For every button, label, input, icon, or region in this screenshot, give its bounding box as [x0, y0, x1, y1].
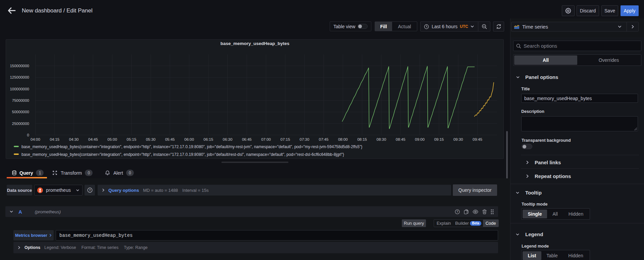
svg-text:100000000: 100000000 [10, 87, 29, 91]
svg-text:05:15: 05:15 [127, 137, 137, 141]
svg-text:150000000: 150000000 [10, 64, 29, 68]
svg-text:05:45: 05:45 [165, 137, 175, 141]
svg-text:08:00: 08:00 [338, 137, 348, 141]
svg-text:08:15: 08:15 [357, 137, 367, 141]
svg-text:06:30: 06:30 [223, 137, 232, 141]
svg-text:25000000: 25000000 [12, 122, 29, 126]
svg-text:?: ? [457, 210, 458, 213]
svg-text:09:00: 09:00 [415, 137, 425, 141]
svg-text:05:30: 05:30 [146, 137, 156, 141]
svg-text:05:00: 05:00 [107, 137, 117, 141]
svg-text:base_memory_usedHeap_bytes{con: base_memory_usedHeap_bytes{container="in… [21, 144, 362, 149]
svg-text:08:30: 08:30 [377, 137, 386, 141]
svg-text:07:00: 07:00 [261, 137, 271, 141]
svg-text:09:15: 09:15 [434, 137, 444, 141]
svg-text:0: 0 [27, 133, 29, 137]
svg-text:04:15: 04:15 [50, 137, 59, 141]
svg-text:base_memory_usedHeap_bytes: base_memory_usedHeap_bytes [220, 41, 289, 46]
svg-text:06:00: 06:00 [184, 137, 194, 141]
svg-text:07:45: 07:45 [319, 137, 329, 141]
svg-text:06:45: 06:45 [242, 137, 252, 141]
svg-text:50000000: 50000000 [12, 110, 29, 114]
svg-text:?: ? [89, 188, 91, 192]
svg-text:09:45: 09:45 [473, 137, 482, 141]
svg-text:07:30: 07:30 [300, 137, 309, 141]
svg-text:base_memory_usedHeap_bytes{con: base_memory_usedHeap_bytes{container="in… [21, 152, 344, 157]
svg-text:04:45: 04:45 [88, 137, 98, 141]
svg-text:08:45: 08:45 [396, 137, 406, 141]
svg-text:07:15: 07:15 [280, 137, 290, 141]
svg-text:04:30: 04:30 [69, 137, 79, 141]
svg-text:06:15: 06:15 [204, 137, 213, 141]
svg-text:75000000: 75000000 [12, 98, 29, 102]
svg-text:09:30: 09:30 [453, 137, 463, 141]
svg-text:125000000: 125000000 [10, 75, 29, 79]
svg-text:04:00: 04:00 [31, 137, 40, 141]
